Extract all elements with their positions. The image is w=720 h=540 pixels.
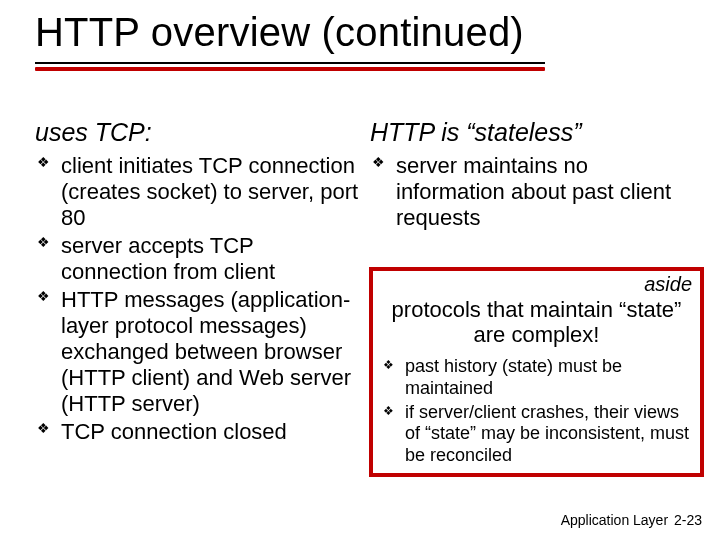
list-item: past history (state) must be maintained — [381, 356, 692, 400]
aside-box: aside protocols that maintain “state” ar… — [369, 267, 704, 477]
title-red-bar — [35, 67, 545, 71]
list-item: server maintains no information about pa… — [370, 153, 700, 231]
list-item: TCP connection closed — [35, 419, 365, 445]
footer-section: Application Layer — [561, 512, 668, 528]
left-list: client initiates TCP connection (creates… — [35, 153, 365, 444]
right-list: server maintains no information about pa… — [370, 153, 700, 231]
slide-title: HTTP overview (continued) — [35, 10, 524, 55]
right-column: HTTP is “stateless” server maintains no … — [370, 118, 700, 233]
list-item: if server/client crashes, their views of… — [381, 402, 692, 468]
title-underline — [35, 62, 545, 64]
left-heading: uses TCP: — [35, 118, 365, 147]
right-heading: HTTP is “stateless” — [370, 118, 700, 147]
footer-page: 2-23 — [674, 512, 702, 528]
left-column: uses TCP: client initiates TCP connectio… — [35, 118, 365, 446]
slide: HTTP overview (continued) uses TCP: clie… — [0, 0, 720, 540]
slide-footer: Application Layer 2-23 — [561, 512, 702, 528]
list-item: HTTP messages (application-layer protoco… — [35, 287, 365, 417]
aside-list: past history (state) must be maintained … — [381, 356, 692, 468]
list-item: server accepts TCP connection from clien… — [35, 233, 365, 285]
aside-main-text: protocols that maintain “state” are comp… — [381, 297, 692, 348]
aside-label: aside — [644, 273, 692, 296]
list-item: client initiates TCP connection (creates… — [35, 153, 365, 231]
